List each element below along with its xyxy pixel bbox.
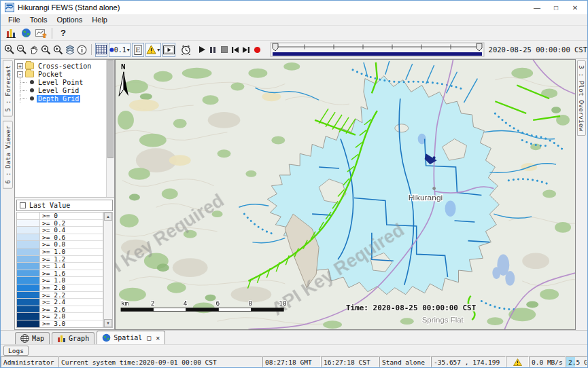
legend-color-swatch xyxy=(17,292,40,299)
legend-row[interactable]: >= 1.6 xyxy=(17,270,103,278)
legend-class-label: >= 2.4 xyxy=(40,299,103,306)
zoom-out-icon[interactable] xyxy=(16,43,28,56)
classification-dropdown[interactable]: 0.1 ▾ xyxy=(109,43,131,57)
timeseries-dialog-icon[interactable] xyxy=(33,26,48,40)
legend-color-swatch xyxy=(17,320,40,327)
slider-span-bar[interactable] xyxy=(273,52,482,56)
legend-class-label: >= 1.6 xyxy=(40,270,103,278)
scroll-up-icon[interactable]: ▲ xyxy=(104,213,112,221)
stop-button[interactable] xyxy=(218,43,229,56)
menu-options[interactable]: Options xyxy=(52,15,87,24)
last-value-checkbox[interactable] xyxy=(20,202,26,208)
tab-maximize-icon[interactable]: □ xyxy=(147,334,151,342)
legend-scrollbar[interactable]: ▲ ▼ xyxy=(103,213,112,327)
info-icon[interactable] xyxy=(76,43,88,56)
svg-text:2: 2 xyxy=(151,299,155,307)
tree-item-pocket[interactable]: - Pocket xyxy=(16,70,114,78)
grid-display-toggle[interactable] xyxy=(95,43,107,57)
tab-data-viewer[interactable]: 6 : Data Viewer xyxy=(3,121,13,189)
minimize-button[interactable]: — xyxy=(528,1,547,14)
tree-item-label: Pocket xyxy=(37,71,64,78)
last-value-option[interactable]: Last Value xyxy=(16,200,113,211)
legend-row[interactable]: >= 2.2 xyxy=(17,292,103,299)
legend-row[interactable]: >= 3.0 xyxy=(17,320,103,327)
logs-button[interactable]: Logs xyxy=(3,346,29,356)
time-slider[interactable] xyxy=(270,42,485,57)
menu-help[interactable]: Help xyxy=(87,15,112,24)
tab-plot-overview[interactable]: 3 : Plot Overview xyxy=(577,60,586,136)
legend-class-label: >= 0 xyxy=(40,213,103,220)
timer-settings-icon[interactable] xyxy=(179,43,192,56)
tree-item-label: Cross-section xyxy=(37,62,92,70)
tab-close-icon[interactable]: ✕ xyxy=(156,334,160,342)
legend-row[interactable]: >= 0.6 xyxy=(17,234,103,242)
status-warning[interactable] xyxy=(506,356,529,367)
tab-spatial[interactable]: Spatial □ ✕ xyxy=(97,331,165,344)
legend-row[interactable]: >= 2.0 xyxy=(17,284,103,292)
tree-connector xyxy=(20,86,29,94)
legend-class-label: >= 0.6 xyxy=(40,234,103,242)
tab-forecast[interactable]: 5 : Forecast xyxy=(3,60,13,117)
right-dock-tabs: 3 : Plot Overview xyxy=(576,59,587,330)
chevron-down-icon: ▾ xyxy=(157,47,160,53)
play-button[interactable] xyxy=(196,43,207,56)
zoom-next-icon[interactable] xyxy=(52,43,64,56)
legend-row[interactable]: >= 0.2 xyxy=(17,220,103,227)
legend-row[interactable]: >= 0.4 xyxy=(17,227,103,234)
close-button[interactable]: ✕ xyxy=(566,1,585,14)
legend-row[interactable]: >= 0.8 xyxy=(17,241,103,249)
map-time-label: Time: 2020-08-25 00:00:00 CST xyxy=(346,303,477,312)
legend-row[interactable]: >= 2.8 xyxy=(17,313,103,320)
legend-table: >= 0 >= 0.2 >= 0.4 xyxy=(17,213,103,327)
legend-color-swatch xyxy=(17,213,40,220)
explorer-barchart-icon[interactable] xyxy=(3,26,18,40)
pan-hand-icon[interactable] xyxy=(28,43,39,56)
collapse-icon[interactable]: - xyxy=(17,71,23,77)
record-button[interactable] xyxy=(252,43,262,56)
animation-toggle[interactable] xyxy=(162,43,175,57)
scroll-down-icon[interactable]: ▼ xyxy=(104,319,112,327)
legend-class-label: >= 1.0 xyxy=(40,249,103,256)
legend-class-label: >= 0.4 xyxy=(40,227,103,234)
legend-row[interactable]: >= 1.8 xyxy=(17,277,103,284)
tree-item-depth-grid[interactable]: Depth Grid xyxy=(16,94,114,103)
tab-graph[interactable]: Graph xyxy=(52,332,94,344)
layers-icon[interactable] xyxy=(64,43,76,56)
svg-text:6: 6 xyxy=(216,299,220,307)
thresholds-dropdown[interactable]: ▾ xyxy=(145,43,161,57)
skip-to-start-button[interactable] xyxy=(230,43,241,56)
zoom-in-icon[interactable] xyxy=(3,43,16,56)
node-bullet-icon xyxy=(30,96,34,100)
status-system-time: Current system time:2020-09-01 00:00 CST xyxy=(58,356,262,367)
menu-file[interactable]: File xyxy=(3,15,25,24)
menu-tools[interactable]: Tools xyxy=(25,15,52,24)
legend-row[interactable]: >= 1.0 xyxy=(17,249,103,256)
help-icon[interactable]: ? xyxy=(56,26,71,40)
legend-color-swatch xyxy=(17,306,40,314)
maximize-button[interactable]: □ xyxy=(547,1,566,14)
tree-item-level-point[interactable]: Level Point xyxy=(16,78,114,86)
warning-icon xyxy=(513,358,522,366)
globe-icon[interactable] xyxy=(18,26,33,40)
tab-map[interactable]: Map xyxy=(15,332,50,344)
main-toolbar: ? xyxy=(1,26,587,41)
pause-button[interactable] xyxy=(207,43,218,56)
labels-toggle[interactable]: E xyxy=(132,43,144,57)
legend-row[interactable]: >= 0 xyxy=(17,213,103,220)
map-canvas[interactable]: API Key Required API Key Required Hikura… xyxy=(116,60,575,329)
zoom-previous-icon[interactable] xyxy=(39,43,52,56)
expand-icon[interactable]: + xyxy=(17,63,23,69)
tree-item-level-grid[interactable]: Level Grid xyxy=(16,86,114,94)
legend-class-label: >= 3.0 xyxy=(40,320,103,327)
legend-row[interactable]: >= 2.6 xyxy=(17,306,103,314)
scrollbar-thumb[interactable] xyxy=(107,60,114,158)
legend-row[interactable]: >= 1.4 xyxy=(17,263,103,270)
legend-row[interactable]: >= 1.2 xyxy=(17,256,103,263)
skip-to-end-button[interactable] xyxy=(241,43,252,56)
svg-text:10: 10 xyxy=(279,299,287,307)
svg-text:8: 8 xyxy=(248,299,252,307)
legend-row[interactable]: >= 2.4 xyxy=(17,299,103,306)
map-viewport[interactable]: API Key Required API Key Required Hikura… xyxy=(115,59,576,330)
tree-scrollbar[interactable] xyxy=(106,60,114,197)
slider-datetime: 2020-08-25 00:00:00 CST xyxy=(489,45,587,54)
